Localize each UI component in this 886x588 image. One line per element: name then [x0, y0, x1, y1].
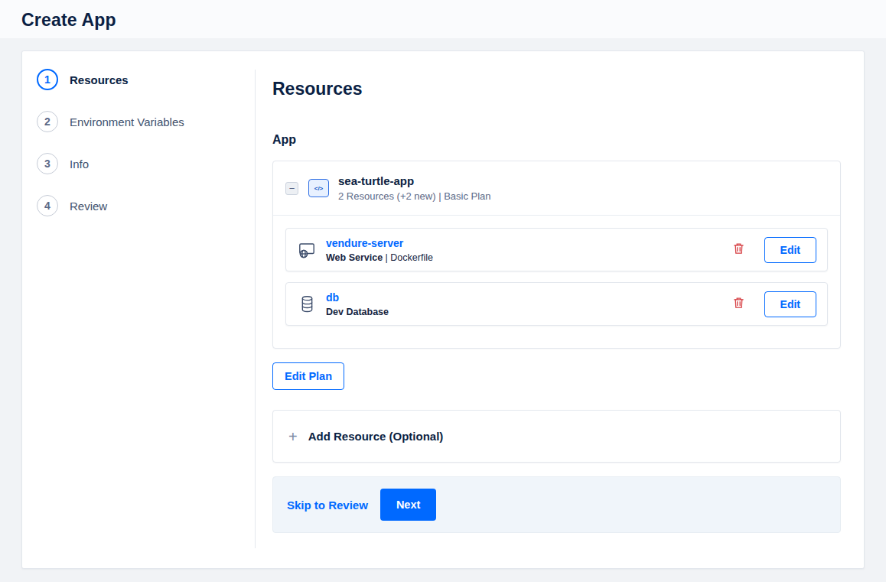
minus-icon: − [289, 184, 295, 193]
step-number-circle: 3 [37, 153, 58, 174]
collapse-app-button[interactable]: − [285, 182, 298, 195]
step-label: Resources [70, 73, 129, 86]
add-resource-label: Add Resource (Optional) [308, 430, 444, 443]
app-section-label: App [272, 133, 841, 147]
resource-meta: db Dev Database [326, 291, 730, 317]
next-button[interactable]: Next [380, 489, 436, 521]
trash-icon [733, 297, 744, 311]
database-icon [297, 295, 317, 313]
page-bottom-strip [0, 582, 886, 588]
app-name: sea-turtle-app [338, 174, 491, 187]
add-resource-card[interactable]: + Add Resource (Optional) [272, 410, 841, 463]
step-environment-variables[interactable]: 2 Environment Variables [37, 111, 256, 132]
trash-icon [733, 242, 744, 257]
delete-resource-button[interactable] [730, 239, 748, 260]
app-group-card: − </> sea-turtle-app 2 Resources (+2 new… [272, 161, 841, 349]
resources-step-content: Resources App − </> sea-turtle-app 2 Res… [256, 51, 864, 568]
resource-detail: Dev Database [326, 307, 730, 317]
app-group-header: − </> sea-turtle-app 2 Resources (+2 new… [273, 161, 840, 216]
step-number-circle: 2 [37, 111, 58, 132]
plus-icon: + [288, 430, 298, 443]
resource-meta: vendure-server Web Service | Dockerfile [326, 236, 730, 263]
delete-resource-button[interactable] [730, 294, 748, 314]
resource-row-vendure-server: vendure-server Web Service | Dockerfile [285, 228, 828, 271]
step-label: Review [70, 200, 107, 213]
resource-type: Dev Database [326, 307, 389, 317]
step-info[interactable]: 3 Info [37, 153, 256, 174]
step-number-circle: 4 [37, 195, 58, 216]
edit-resource-button[interactable]: Edit [764, 291, 816, 317]
edit-resource-button[interactable]: Edit [764, 237, 816, 263]
resource-detail: Web Service | Dockerfile [326, 252, 730, 263]
stepper: 1 Resources 2 Environment Variables 3 In… [22, 51, 256, 568]
content-heading: Resources [272, 79, 841, 99]
app-code-icon: </> [308, 179, 329, 197]
app-summary: 2 Resources (+2 new) | Basic Plan [338, 190, 491, 202]
wizard-footer-bar: Skip to Review Next [272, 476, 841, 533]
step-resources[interactable]: 1 Resources [37, 69, 256, 90]
stepper-divider [255, 70, 256, 548]
skip-to-review-link[interactable]: Skip to Review [287, 499, 368, 512]
edit-plan-button[interactable]: Edit Plan [272, 362, 344, 390]
step-label: Info [70, 158, 89, 171]
app-meta: sea-turtle-app 2 Resources (+2 new) | Ba… [338, 174, 491, 202]
resource-rows: vendure-server Web Service | Dockerfile [273, 216, 840, 348]
resource-source: | Dockerfile [383, 252, 433, 263]
create-app-card: 1 Resources 2 Environment Variables 3 In… [21, 50, 865, 569]
step-number-circle: 1 [37, 69, 58, 90]
resource-name-link[interactable]: vendure-server [326, 237, 403, 249]
step-review[interactable]: 4 Review [37, 195, 256, 216]
resource-type: Web Service [326, 252, 383, 263]
web-service-icon [297, 241, 317, 259]
resource-row-db: db Dev Database Edit [285, 282, 828, 326]
page-title: Create App [21, 10, 865, 31]
page-header: Create App [0, 0, 886, 38]
step-label: Environment Variables [70, 115, 184, 128]
resource-name-link[interactable]: db [326, 291, 339, 304]
